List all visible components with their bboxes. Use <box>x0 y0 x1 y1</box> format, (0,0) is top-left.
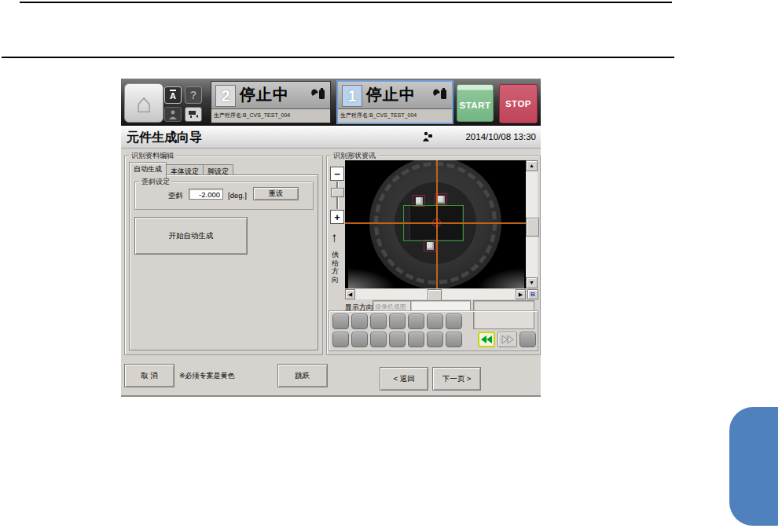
machine-2-number: 2 <box>215 85 236 107</box>
horizontal-scroll-thumb[interactable] <box>428 289 442 301</box>
operator-icon <box>167 110 178 119</box>
machine-1-status: 停止中 <box>366 84 416 105</box>
tab-auto-generate[interactable]: 自动生成 <box>129 162 167 178</box>
language-icon: A <box>170 90 176 101</box>
network-button[interactable] <box>185 107 202 122</box>
crosshair-horizontal <box>345 222 526 224</box>
view-button[interactable] <box>446 332 462 347</box>
rewind-icon <box>480 335 493 344</box>
operator-button[interactable] <box>164 107 182 122</box>
view-button[interactable] <box>389 332 406 347</box>
image-b-button[interactable]: B <box>527 289 538 299</box>
scroll-down-button[interactable]: ▼ <box>526 277 538 288</box>
document-page: ⌂ A ? 2 停止中 <box>0 0 782 532</box>
top-horizontal-rule <box>20 2 672 3</box>
machine-2-status-panel[interactable]: 2 停止中 生产程序名:B_CVS_TEST_004 <box>211 81 331 123</box>
hand-clipboard-icon <box>432 86 448 101</box>
datetime-display: 2014/10/08 13:30 <box>465 132 536 141</box>
lead-marker-top-left <box>413 195 425 207</box>
step-forward-button-disabled[interactable] <box>497 332 517 347</box>
camera-view[interactable] <box>345 160 526 288</box>
help-icon: ? <box>190 89 197 101</box>
language-button[interactable]: A <box>164 86 182 104</box>
back-button[interactable]: < 返回 <box>380 367 428 391</box>
next-page-button[interactable]: 下一页 > <box>432 367 481 391</box>
hand-clipboard-icon <box>310 86 326 101</box>
view-button-grid <box>329 310 538 351</box>
scroll-left-button[interactable]: ◀ <box>345 289 355 299</box>
skew-setting-group: 歪斜设定 歪斜 -2.000 [deg.] 重设 <box>134 182 314 210</box>
operator-camera-icon <box>422 131 433 142</box>
grid-row-2 <box>332 332 536 347</box>
info-field <box>410 300 471 311</box>
view-button[interactable] <box>446 314 462 329</box>
view-button[interactable] <box>408 314 424 329</box>
lead-marker-bottom <box>424 240 436 251</box>
start-button[interactable]: START <box>457 84 494 122</box>
header-bar: ⌂ A ? 2 停止中 <box>121 79 541 126</box>
reset-button[interactable]: 重设 <box>253 187 299 200</box>
machine-1-program-name: 生产程序名:B_CVS_TEST_004 <box>338 108 452 123</box>
tab-strip: 自动生成本体设定脚设定 <box>129 162 233 175</box>
zoom-slider-handle[interactable] <box>331 188 344 197</box>
view-button[interactable] <box>389 314 406 329</box>
view-button[interactable] <box>370 332 387 347</box>
network-icon <box>187 109 200 119</box>
view-button[interactable] <box>427 332 443 347</box>
blue-corner-tab <box>729 407 778 526</box>
machine-ui-screenshot: ⌂ A ? 2 停止中 <box>121 79 541 397</box>
crosshair-vertical <box>436 160 438 288</box>
recognition-shape-info-group: 识别形状资讯 − + ↑ 供给方向 <box>326 156 541 355</box>
view-button[interactable] <box>351 314 368 329</box>
corner-glare-right <box>477 268 524 288</box>
supply-direction-label: 供给方向 <box>332 251 340 284</box>
recognition-shape-info-label: 识别形状资讯 <box>331 152 378 160</box>
view-button[interactable] <box>370 314 387 329</box>
supply-direction-arrow-icon: ↑ <box>331 230 338 246</box>
required-items-note: ※必须专案是黄色 <box>179 371 235 381</box>
cancel-button[interactable]: 取 消 <box>124 364 174 387</box>
recognition-data-edit-label: 识别资料编辑 <box>129 152 176 160</box>
step-back-button[interactable] <box>478 332 495 347</box>
view-button[interactable] <box>332 332 349 347</box>
home-button[interactable]: ⌂ <box>124 83 163 123</box>
grid-row-1 <box>332 314 462 329</box>
page-title: 元件生成向导 <box>127 130 202 146</box>
second-horizontal-rule <box>2 57 674 58</box>
zoom-in-button[interactable]: + <box>330 210 344 224</box>
scroll-up-button[interactable]: ▲ <box>526 160 538 171</box>
skew-field-label: 歪斜 <box>168 191 183 201</box>
skew-unit-label: [deg.] <box>228 191 247 200</box>
auto-generate-tab-pane: 歪斜设定 歪斜 -2.000 [deg.] 重设 开始自动生成 <box>129 174 318 350</box>
zoom-out-button[interactable]: − <box>330 167 344 181</box>
skew-setting-label: 歪斜设定 <box>139 178 172 186</box>
help-button[interactable]: ? <box>185 86 202 104</box>
view-button[interactable] <box>519 332 536 347</box>
camera-horizontal-scrollbar[interactable]: ◀ ▶ <box>345 289 526 299</box>
home-icon: ⌂ <box>136 90 152 116</box>
vertical-scroll-thumb[interactable] <box>526 218 539 237</box>
skip-button[interactable]: 跳跃 <box>277 364 328 387</box>
fast-forward-icon <box>501 335 514 344</box>
view-button[interactable] <box>427 314 443 329</box>
scroll-right-button[interactable]: ▶ <box>516 289 526 299</box>
machine-1-status-panel-selected[interactable]: 1 停止中 生产程序名:B_CVS_TEST_004 <box>336 80 453 124</box>
view-button[interactable] <box>408 332 424 347</box>
machine-2-program-name: 生产程序名:B_CVS_TEST_004 <box>211 108 330 123</box>
start-auto-generate-button[interactable]: 开始自动生成 <box>134 217 248 255</box>
view-button[interactable] <box>351 332 368 347</box>
recognition-data-edit-group: 识别资料编辑 自动生成本体设定脚设定 歪斜设定 歪斜 -2.000 [deg.]… <box>124 156 323 355</box>
skew-input[interactable]: -2.000 <box>189 189 223 200</box>
title-bar: 元件生成向导 2014/10/08 13:30 <box>121 126 541 149</box>
machine-2-status: 停止中 <box>240 84 289 105</box>
machine-1-number: 1 <box>342 85 362 107</box>
view-button[interactable] <box>332 314 349 329</box>
corner-glare-left <box>348 268 395 288</box>
stop-button[interactable]: STOP <box>499 84 538 123</box>
camera-vertical-scrollbar[interactable]: ▲ ▼ <box>526 160 538 288</box>
